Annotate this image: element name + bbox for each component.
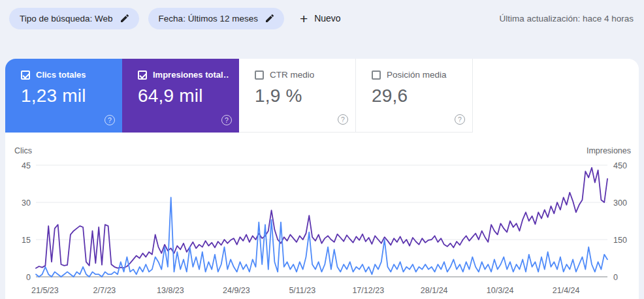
card-label: Impresiones total… xyxy=(153,70,229,80)
card-label: CTR medio xyxy=(270,70,314,80)
x-axis-date-label: 24/9/23 xyxy=(223,286,250,295)
plus-icon: + xyxy=(300,12,308,25)
help-icon[interactable]: ? xyxy=(221,115,232,125)
left-axis-tick: 45 xyxy=(22,161,31,170)
filter-bar: Tipo de búsqueda: Web Fecha: Últimos 12 … xyxy=(0,0,644,37)
card-value: 29,6 xyxy=(372,86,462,106)
card-value: 1,23 mil xyxy=(21,86,112,106)
checkbox-total-impressions[interactable] xyxy=(138,71,147,80)
card-total-clicks[interactable]: Clics totales 1,23 mil ? xyxy=(5,59,122,133)
performance-panel: Clics totales 1,23 mil ? Impresiones tot… xyxy=(5,59,639,299)
help-icon[interactable]: ? xyxy=(455,114,465,125)
series-clics xyxy=(36,197,607,277)
performance-chart: 45450303001515000ClicsImpresiones21/5/23… xyxy=(5,142,639,299)
checkbox-average-ctr[interactable] xyxy=(255,71,264,80)
right-axis-tick: 0 xyxy=(613,273,618,282)
help-icon[interactable]: ? xyxy=(338,114,348,125)
x-axis-date-label: 2/7/23 xyxy=(93,286,116,295)
help-icon[interactable]: ? xyxy=(105,115,115,125)
search-type-chip[interactable]: Tipo de búsqueda: Web xyxy=(9,8,139,29)
left-axis-tick: 0 xyxy=(26,273,31,282)
right-axis-tick: 450 xyxy=(613,161,627,170)
checkbox-average-position[interactable] xyxy=(372,71,381,80)
right-axis-title: Impresiones xyxy=(587,146,631,155)
card-value: 1,9 % xyxy=(255,86,345,106)
left-axis-title: Clics xyxy=(14,146,32,155)
new-filter-label: Nuevo xyxy=(314,13,340,24)
new-filter-button[interactable]: + Nuevo xyxy=(293,8,347,29)
last-update-text: Última actualización: hace 4 horas xyxy=(499,14,635,24)
x-axis-date-label: 28/1/24 xyxy=(421,286,448,295)
left-axis-tick: 15 xyxy=(22,236,31,245)
card-label: Posición media xyxy=(387,70,447,80)
x-axis-date-label: 17/12/23 xyxy=(352,286,384,295)
line-chart: 45450303001515000ClicsImpresiones21/5/23… xyxy=(5,142,639,299)
card-total-impressions[interactable]: Impresiones total… 64,9 mil ? xyxy=(122,59,239,133)
x-axis-date-label: 13/8/23 xyxy=(157,286,184,295)
card-average-ctr[interactable]: CTR medio 1,9 % ? xyxy=(239,59,356,133)
x-axis-date-label: 21/4/24 xyxy=(553,286,580,295)
checkbox-total-clicks[interactable] xyxy=(21,71,30,80)
left-axis-tick: 30 xyxy=(22,198,31,208)
x-axis-date-label: 10/3/24 xyxy=(487,286,514,295)
x-axis-date-label: 21/5/23 xyxy=(31,286,59,295)
card-average-position[interactable]: Posición media 29,6 ? xyxy=(356,59,473,133)
metric-cards-row: Clics totales 1,23 mil ? Impresiones tot… xyxy=(5,59,639,133)
edit-icon xyxy=(120,13,130,24)
search-type-chip-label: Tipo de búsqueda: Web xyxy=(20,14,113,24)
right-axis-tick: 150 xyxy=(613,236,627,245)
series-impresiones xyxy=(36,168,607,268)
card-value: 64,9 mil xyxy=(138,86,229,106)
edit-icon xyxy=(265,13,275,24)
right-axis-tick: 300 xyxy=(613,198,627,208)
date-range-chip-label: Fecha: Últimos 12 meses xyxy=(159,14,258,24)
date-range-chip[interactable]: Fecha: Últimos 12 meses xyxy=(148,8,284,29)
x-axis-date-label: 5/11/23 xyxy=(289,286,315,295)
card-label: Clics totales xyxy=(36,70,86,80)
